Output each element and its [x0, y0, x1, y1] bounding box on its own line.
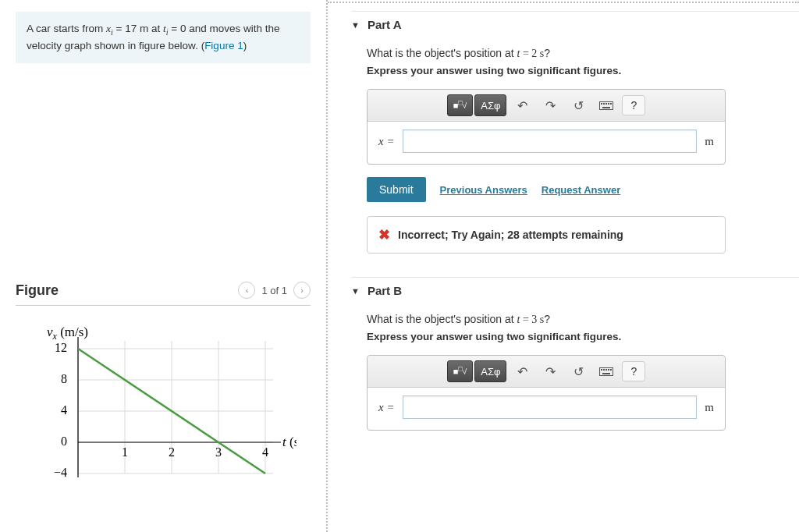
svg-rect-26 — [603, 103, 605, 105]
svg-text:4: 4 — [61, 403, 67, 417]
part-b-header[interactable]: ▼ Part B — [351, 277, 799, 303]
variable-label: x = — [378, 401, 395, 414]
incorrect-icon: ✖ — [378, 226, 390, 243]
svg-rect-36 — [610, 369, 612, 371]
figure-pager: ‹ 1 of 1 › — [238, 282, 311, 299]
keyboard-icon — [599, 101, 613, 110]
problem-statement: A car starts from xi = 17 m at ti = 0 an… — [16, 12, 311, 63]
greek-button[interactable]: ΑΣφ — [474, 360, 506, 382]
part-b-question: What is the object's position at t = 3 s… — [367, 313, 799, 326]
unit-label: m — [705, 401, 714, 414]
help-button[interactable]: ? — [622, 361, 645, 381]
svg-text:−4: −4 — [54, 466, 67, 479]
feedback-box: ✖ Incorrect; Try Again; 28 attempts rema… — [367, 216, 726, 254]
svg-rect-27 — [605, 103, 607, 105]
keyboard-icon — [599, 367, 613, 376]
svg-rect-28 — [608, 103, 609, 105]
svg-text:2: 2 — [169, 445, 175, 459]
pager-next-button[interactable]: › — [293, 282, 311, 299]
templates-button[interactable]: ■□√ — [447, 360, 474, 382]
undo-button[interactable]: ↶ — [510, 94, 534, 116]
templates-button[interactable]: ■□√ — [447, 94, 474, 116]
pager-prev-button[interactable]: ‹ — [238, 282, 255, 299]
svg-text:vx (m/s): vx (m/s) — [47, 325, 88, 342]
part-a-answer-input[interactable] — [403, 129, 698, 153]
svg-rect-35 — [608, 369, 609, 371]
svg-rect-29 — [610, 103, 612, 105]
part-a-question: What is the object's position at t = 2 s… — [367, 47, 799, 60]
undo-button[interactable]: ↶ — [510, 360, 534, 382]
svg-rect-37 — [602, 373, 610, 374]
equation-toolbar: ■□√ ΑΣφ ↶ ↷ ↺ ? — [368, 356, 725, 388]
svg-text:12: 12 — [55, 341, 67, 354]
svg-rect-25 — [601, 103, 602, 105]
svg-rect-32 — [601, 369, 602, 371]
reset-button[interactable]: ↺ — [566, 360, 591, 382]
part-a-instruction: Express your answer using two significan… — [367, 65, 799, 76]
greek-button[interactable]: ΑΣφ — [474, 94, 506, 116]
svg-rect-33 — [603, 369, 605, 371]
request-answer-link[interactable]: Request Answer — [542, 184, 620, 196]
help-button[interactable]: ? — [622, 95, 645, 115]
reset-button[interactable]: ↺ — [566, 94, 591, 116]
part-a-label: Part A — [368, 18, 402, 31]
variable-label: x = — [378, 135, 395, 148]
unit-label: m — [705, 135, 714, 148]
svg-text:t (s): t (s) — [282, 434, 297, 449]
caret-down-icon: ▼ — [351, 20, 360, 30]
figure-title: Figure — [16, 282, 59, 299]
svg-text:8: 8 — [61, 372, 67, 385]
figure-link[interactable]: Figure 1 — [204, 40, 243, 51]
redo-button[interactable]: ↷ — [538, 94, 563, 116]
equation-toolbar: ■□√ ΑΣφ ↶ ↷ ↺ ? — [368, 90, 725, 122]
svg-rect-34 — [605, 369, 607, 371]
svg-text:4: 4 — [262, 445, 268, 459]
velocity-graph: 12 8 4 0 −4 1 2 3 4 vx (m/s) t (s) — [16, 325, 311, 491]
svg-text:1: 1 — [122, 445, 128, 459]
submit-button[interactable]: Submit — [367, 177, 426, 202]
part-b-answer-input[interactable] — [403, 395, 698, 419]
caret-down-icon: ▼ — [351, 286, 360, 296]
svg-text:3: 3 — [215, 445, 222, 459]
svg-rect-30 — [602, 107, 610, 108]
part-b-label: Part B — [368, 284, 402, 297]
part-b-instruction: Express your answer using two significan… — [367, 331, 799, 342]
previous-answers-link[interactable]: Previous Answers — [440, 184, 527, 196]
keyboard-button[interactable] — [594, 94, 619, 116]
keyboard-button[interactable] — [594, 360, 619, 382]
part-a-answer-box: ■□√ ΑΣφ ↶ ↷ ↺ ? x = m — [367, 89, 726, 165]
svg-text:0: 0 — [61, 434, 67, 448]
redo-button[interactable]: ↷ — [538, 360, 563, 382]
part-b-answer-box: ■□√ ΑΣφ ↶ ↷ ↺ ? x = m — [367, 355, 726, 431]
part-a-header[interactable]: ▼ Part A — [351, 11, 799, 37]
feedback-text: Incorrect; Try Again; 28 attempts remain… — [398, 229, 623, 241]
